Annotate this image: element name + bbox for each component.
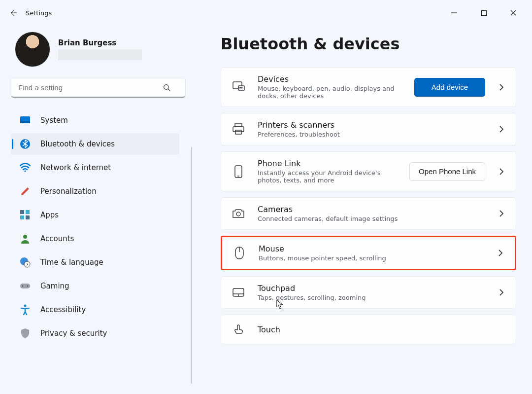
search-wrap — [11, 78, 183, 98]
gamepad-icon — [20, 281, 31, 291]
open-phone-link-button[interactable]: Open Phone Link — [409, 162, 485, 181]
sidebar-item-personalization[interactable]: Personalization — [11, 180, 179, 202]
minimize-button[interactable] — [439, 3, 469, 23]
sidebar-item-apps[interactable]: Apps — [11, 204, 179, 226]
accessibility-icon — [20, 304, 31, 315]
card-title: Mouse — [259, 244, 484, 253]
back-button[interactable] — [4, 3, 24, 23]
printer-icon — [231, 122, 246, 137]
touch-icon — [231, 322, 246, 337]
close-icon — [510, 9, 517, 16]
sidebar-item-label: System — [40, 116, 68, 125]
svg-rect-10 — [26, 215, 30, 219]
card-mouse[interactable]: Mouse Buttons, mouse pointer speed, scro… — [221, 236, 516, 270]
svg-point-15 — [22, 286, 24, 287]
sidebar-item-label: Network & internet — [40, 163, 111, 172]
page-title: Bluetooth & devices — [221, 35, 516, 53]
card-printers[interactable]: Printers & scanners Preferences, trouble… — [221, 113, 516, 145]
card-title: Cameras — [258, 205, 485, 214]
svg-rect-7 — [20, 210, 24, 214]
card-subtitle: Buttons, mouse pointer speed, scrolling — [259, 254, 484, 262]
sidebar-item-privacy[interactable]: Privacy & security — [11, 322, 179, 344]
sidebar-item-accounts[interactable]: Accounts — [11, 228, 179, 250]
person-icon — [20, 233, 31, 244]
paintbrush-icon — [20, 186, 31, 197]
sidebar-item-accessibility[interactable]: Accessibility — [11, 299, 179, 321]
card-subtitle: Connected cameras, default image setting… — [258, 215, 485, 222]
bluetooth-icon — [20, 139, 31, 149]
card-title: Touchpad — [258, 284, 485, 293]
card-devices[interactable]: Devices Mouse, keyboard, pen, audio, dis… — [221, 67, 516, 107]
card-subtitle: Mouse, keyboard, pen, audio, displays an… — [258, 85, 402, 100]
sidebar-item-gaming[interactable]: Gaming — [11, 275, 179, 297]
profile-email-placeholder — [58, 49, 142, 60]
sidebar-item-bluetooth[interactable]: Bluetooth & devices — [11, 133, 179, 155]
sidebar-nav: System Bluetooth & devices Network & int… — [11, 109, 183, 344]
card-cameras[interactable]: Cameras Connected cameras, default image… — [221, 197, 516, 230]
sidebar-item-label: Time & language — [40, 258, 103, 267]
svg-point-2 — [164, 85, 169, 90]
svg-point-21 — [241, 87, 242, 88]
chevron-right-icon — [497, 125, 506, 134]
profile-name: Brian Burgess — [58, 38, 183, 47]
chevron-right-icon — [497, 167, 506, 176]
sidebar-item-time-language[interactable]: Time & language — [11, 251, 179, 273]
chevron-right-icon — [496, 249, 505, 257]
maximize-button[interactable] — [469, 3, 499, 23]
card-subtitle: Instantly access your Android device's p… — [258, 169, 398, 184]
search-input[interactable] — [11, 78, 186, 98]
shield-icon — [20, 328, 31, 339]
svg-point-17 — [24, 305, 27, 307]
card-phone-link[interactable]: Phone Link Instantly access your Android… — [221, 151, 516, 191]
wifi-icon — [20, 162, 31, 173]
search-icon — [163, 83, 171, 92]
sidebar-item-label: Privacy & security — [40, 329, 107, 338]
svg-rect-4 — [20, 121, 30, 123]
devices-icon — [231, 80, 246, 95]
maximize-icon — [481, 10, 487, 16]
touchpad-icon — [231, 285, 246, 300]
svg-rect-24 — [235, 130, 241, 134]
sidebar-item-label: Accounts — [40, 234, 74, 243]
avatar — [15, 32, 50, 67]
minimize-icon — [451, 9, 458, 16]
svg-rect-14 — [20, 284, 30, 288]
globe-clock-icon — [20, 257, 31, 268]
chevron-right-icon — [497, 288, 506, 297]
sidebar-item-label: Gaming — [40, 282, 69, 290]
phone-icon — [231, 164, 246, 179]
sidebar-item-label: Personalization — [40, 187, 97, 196]
svg-point-27 — [236, 212, 240, 216]
arrow-left-icon — [9, 8, 18, 17]
card-title: Touch — [258, 325, 506, 334]
svg-point-6 — [24, 170, 26, 172]
svg-point-11 — [23, 235, 27, 239]
chevron-right-icon — [497, 209, 506, 218]
title-bar: Settings — [0, 0, 532, 26]
app-title: Settings — [26, 9, 52, 17]
svg-point-20 — [240, 87, 241, 88]
card-subtitle: Preferences, troubleshoot — [258, 131, 485, 138]
close-button[interactable] — [499, 3, 528, 23]
sidebar-item-system[interactable]: System — [11, 109, 179, 131]
sidebar-item-label: Apps — [40, 211, 59, 219]
camera-icon — [231, 206, 246, 221]
sidebar-item-network[interactable]: Network & internet — [11, 157, 179, 179]
card-touch[interactable]: Touch — [221, 315, 516, 344]
card-touchpad[interactable]: Touchpad Taps, gestures, scrolling, zoom… — [221, 276, 516, 309]
svg-rect-9 — [20, 215, 24, 219]
svg-rect-23 — [233, 127, 244, 132]
apps-icon — [20, 210, 31, 220]
sidebar-scrollbar[interactable] — [191, 147, 192, 384]
chevron-right-icon — [497, 83, 506, 92]
sidebar: Brian Burgess System Bluetooth & devic — [11, 26, 193, 394]
mouse-icon — [232, 246, 247, 260]
svg-rect-8 — [26, 210, 30, 214]
profile-block[interactable]: Brian Burgess — [15, 32, 183, 67]
svg-point-16 — [27, 286, 29, 287]
add-device-button[interactable]: Add device — [414, 78, 485, 97]
card-title: Printers & scanners — [258, 120, 485, 130]
svg-rect-1 — [481, 10, 486, 15]
sidebar-item-label: Bluetooth & devices — [40, 140, 115, 148]
svg-rect-22 — [235, 124, 242, 127]
